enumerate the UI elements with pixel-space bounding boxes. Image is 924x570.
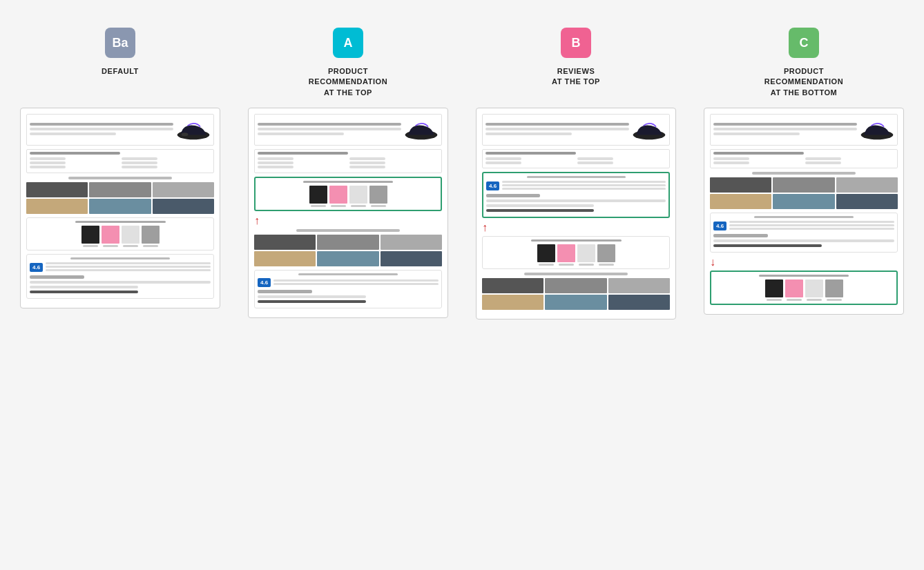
rpct-b bbox=[486, 194, 540, 197]
gallery-a2 bbox=[317, 235, 378, 250]
spec-col2-b bbox=[577, 157, 666, 166]
gallery-a6 bbox=[381, 251, 442, 266]
preview-b: 4.6 ↑ bbox=[476, 108, 676, 320]
review-lines-ba bbox=[46, 262, 211, 273]
reviews-header-c bbox=[754, 216, 854, 218]
rec-item-b3 bbox=[577, 244, 595, 266]
rec-items-ba bbox=[30, 226, 211, 247]
badge-a[interactable]: A bbox=[333, 28, 363, 58]
rating-badge-c: 4.6 bbox=[713, 222, 726, 230]
specs-lines-c bbox=[713, 157, 894, 166]
rlines-a bbox=[273, 279, 439, 286]
spec-col2 bbox=[122, 157, 211, 170]
rec-line-b2 bbox=[559, 264, 574, 266]
hero-b bbox=[482, 114, 670, 146]
rec-pants-img bbox=[102, 226, 119, 244]
hero-a-line1 bbox=[258, 123, 401, 126]
arrow-up-icon-a: ↑ bbox=[254, 215, 260, 227]
hero-b-line2 bbox=[485, 128, 629, 130]
reviews-header-a bbox=[298, 273, 398, 275]
rbar-c bbox=[713, 244, 822, 247]
badge-b[interactable]: B bbox=[561, 28, 591, 58]
review-detail-line1 bbox=[30, 281, 211, 284]
rec-item-line3 bbox=[123, 245, 138, 247]
rline3 bbox=[46, 269, 211, 271]
splc4 bbox=[805, 161, 841, 164]
hero-c-line2 bbox=[713, 128, 857, 130]
rating-badge-a: 4.6 bbox=[258, 278, 271, 287]
rec-line-c3 bbox=[807, 299, 822, 301]
rec-pants-a bbox=[329, 186, 347, 204]
variant-b: B REVIEWSAT THE TOP bbox=[476, 28, 676, 320]
splb3 bbox=[577, 157, 613, 160]
gallery-cell1 bbox=[26, 182, 88, 197]
spec-col2-a bbox=[349, 157, 439, 170]
rpct-a bbox=[258, 290, 312, 293]
arrow-down-icon-c: ↓ bbox=[710, 256, 715, 268]
rec-item4 bbox=[142, 226, 160, 247]
spec-line4 bbox=[122, 157, 157, 160]
badge-c[interactable]: C bbox=[789, 28, 819, 58]
gallery-a4 bbox=[254, 251, 316, 266]
shoe-image-b bbox=[632, 117, 666, 142]
specs-lines-a bbox=[258, 157, 439, 170]
rating-badge-b: 4.6 bbox=[486, 181, 499, 190]
splb1 bbox=[485, 157, 521, 160]
shoe-image-c bbox=[860, 117, 894, 142]
rl1a bbox=[273, 279, 439, 282]
reviews-a: 4.6 bbox=[254, 270, 442, 308]
rec-items-a bbox=[258, 186, 438, 207]
label-a: PRODUCTRECOMMENDATIONAT THE TOP bbox=[309, 66, 387, 99]
spec-line1 bbox=[30, 157, 66, 160]
rating-a: 4.6 bbox=[258, 278, 439, 287]
rec-item-b1 bbox=[537, 244, 555, 266]
rline2 bbox=[46, 266, 211, 268]
spla3 bbox=[258, 166, 293, 168]
rbar-a bbox=[258, 300, 366, 303]
shoe-image-a bbox=[404, 117, 439, 142]
arrow-up-a: ↑ bbox=[254, 215, 442, 227]
gallery-cell6 bbox=[153, 199, 214, 214]
spla4 bbox=[349, 157, 385, 160]
reviews-header-ba bbox=[70, 257, 170, 259]
rdetail-b1 bbox=[486, 199, 666, 202]
rdetail-a bbox=[258, 295, 366, 298]
splc3 bbox=[805, 157, 841, 160]
specs-b bbox=[482, 149, 670, 168]
rating-b: 4.6 bbox=[486, 181, 666, 191]
label-ba: DEFAULT bbox=[102, 66, 139, 99]
hero-text-b bbox=[485, 123, 629, 137]
review-percent-ba bbox=[30, 275, 84, 279]
hero-a bbox=[254, 114, 442, 146]
gallery-c1-cell bbox=[710, 177, 771, 193]
gallery-c bbox=[710, 177, 898, 209]
hero-text-ba bbox=[30, 123, 173, 137]
gallery-c5-cell bbox=[773, 194, 834, 209]
review-bar-ba bbox=[30, 291, 138, 293]
rlb3 bbox=[502, 188, 666, 190]
rec-line-b3 bbox=[579, 264, 594, 266]
rec-line-a3 bbox=[351, 205, 366, 207]
rec-glove-c bbox=[765, 279, 783, 297]
reviews-c: 4.6 bbox=[710, 213, 898, 253]
rec-item-b4 bbox=[597, 244, 615, 266]
gallery-ba bbox=[26, 182, 214, 214]
rec-title-c bbox=[759, 275, 849, 277]
rlc3 bbox=[729, 228, 894, 230]
rec-items-c bbox=[714, 279, 894, 301]
rating-c: 4.6 bbox=[713, 221, 894, 231]
gallery-cell3 bbox=[153, 182, 214, 197]
badge-ba[interactable]: Ba bbox=[105, 28, 135, 58]
spla1 bbox=[258, 157, 293, 160]
gallery-cell5 bbox=[89, 199, 151, 214]
reviews-plain-ba: 4.6 bbox=[26, 254, 214, 299]
rec-hoodie-b bbox=[577, 244, 595, 262]
specs-lines-b bbox=[485, 157, 666, 166]
spla2 bbox=[258, 161, 293, 164]
gallery-b2 bbox=[545, 278, 606, 293]
rline1 bbox=[46, 262, 211, 264]
rec-line-a4 bbox=[371, 205, 386, 207]
gallery-label-b bbox=[524, 273, 628, 275]
variant-ba: Ba DEFAULT bbox=[20, 28, 220, 308]
rec-item-line1 bbox=[83, 245, 98, 247]
